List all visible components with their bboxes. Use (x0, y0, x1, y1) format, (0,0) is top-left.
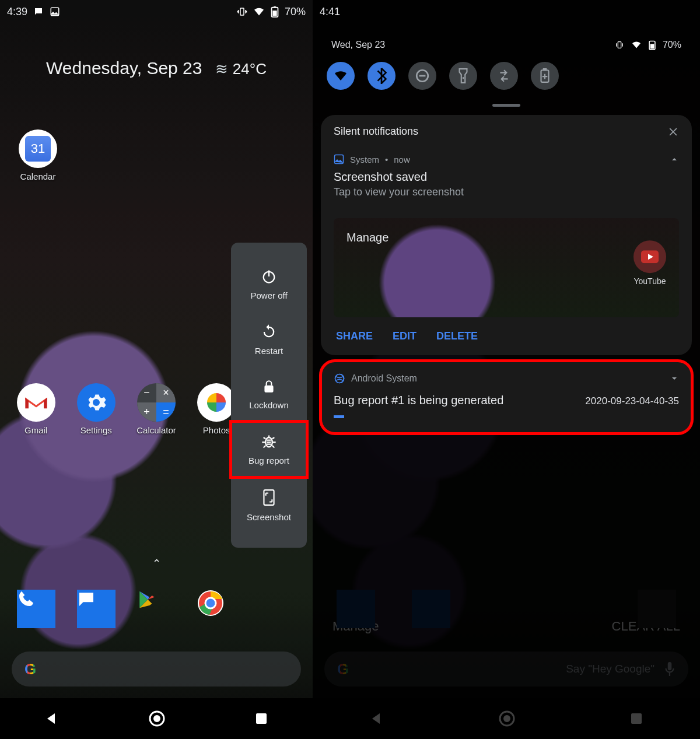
notif-when: now (394, 155, 410, 164)
image-icon (334, 154, 344, 164)
chrome-icon[interactable] (197, 590, 236, 628)
gear-icon (77, 383, 116, 422)
google-search-bar[interactable]: G (12, 652, 301, 687)
share-action[interactable]: SHARE (336, 330, 373, 342)
power-icon (261, 268, 277, 285)
play-store-icon[interactable] (137, 590, 176, 628)
svg-rect-18 (650, 44, 654, 48)
app-label: Photos (203, 425, 230, 435)
progress-bar (334, 415, 344, 418)
svg-rect-15 (264, 490, 274, 505)
notif-app: Android System (351, 373, 417, 384)
svg-rect-4 (274, 6, 276, 8)
wifi-icon (253, 7, 265, 16)
shade-handle[interactable] (492, 104, 520, 107)
screenshot-notification[interactable]: System • now Screenshot saved Tap to vie… (321, 146, 692, 209)
notif-actions: SHARE EDIT DELETE (321, 317, 692, 355)
notif-title: Screenshot saved (334, 170, 679, 184)
screenshot-label: Screenshot (247, 512, 291, 522)
battery-icon (649, 40, 656, 50)
battery-icon (271, 6, 279, 17)
battery-saver-toggle[interactable] (531, 62, 559, 90)
date-weather-widget[interactable]: Wednesday, Sep 23 ≋ 24°C (0, 58, 313, 78)
screenshot-button[interactable]: Screenshot (231, 477, 307, 534)
vibrate-icon (615, 40, 624, 50)
screenshot-right: 4:41 Wed, Sep 23 70% Silent notification… (313, 0, 700, 739)
android-system-icon (334, 373, 345, 384)
chevron-up-icon[interactable] (670, 155, 679, 164)
lock-icon (261, 379, 276, 394)
delete-action[interactable]: DELETE (436, 330, 478, 342)
calculator-icon: − × + = (137, 383, 176, 422)
bug-report-button[interactable]: Bug report (231, 422, 307, 477)
dock (0, 590, 313, 628)
phone-icon[interactable] (17, 590, 55, 628)
edit-action[interactable]: EDIT (393, 330, 416, 342)
lockdown-label: Lockdown (249, 400, 289, 410)
status-bar: 4:39 70% (0, 0, 313, 23)
rotation-toggle[interactable] (490, 62, 518, 90)
silent-notifications-card: Silent notifications System • now Screen… (321, 115, 692, 355)
lockdown-button[interactable]: Lockdown (231, 367, 307, 422)
screenshot-left: 4:39 70% Wednesday, Sep 23 ≋ 24°C 31 Cal… (0, 0, 313, 739)
gmail-icon (17, 383, 55, 422)
google-logo-icon: G (24, 660, 36, 678)
fog-icon: ≋ (215, 60, 228, 78)
notif-body: Tap to view your screenshot (334, 186, 679, 198)
app-label: Calculator (136, 425, 176, 435)
calendar-icon: 31 (25, 136, 51, 162)
youtube-icon (634, 240, 666, 273)
app-gmail[interactable]: Gmail (10, 383, 62, 435)
bug-timestamp: 2020-09-23-04-40-35 (585, 395, 679, 407)
notif-app: System (350, 155, 379, 164)
svg-rect-3 (272, 10, 276, 16)
messages-icon[interactable] (77, 590, 116, 628)
recents-button[interactable] (255, 712, 268, 725)
battery-percent: 70% (663, 40, 681, 50)
dnd-toggle[interactable] (408, 62, 436, 90)
thumb-manage-label: Manage (346, 231, 388, 244)
restart-button[interactable]: Restart (231, 312, 307, 367)
wifi-toggle[interactable] (327, 62, 355, 90)
bug-report-notification[interactable]: Android System Bug report #1 is being ge… (321, 361, 692, 433)
flashlight-toggle[interactable] (449, 62, 477, 90)
power-off-button[interactable]: Power off (231, 257, 307, 312)
youtube-label: YouTube (634, 276, 666, 286)
app-drawer-handle[interactable]: ⌃ (152, 557, 161, 570)
youtube-shortcut: YouTube (634, 240, 666, 286)
home-button[interactable] (148, 710, 166, 727)
bug-icon (261, 433, 277, 450)
notification-shade[interactable]: Wed, Sep 23 70% Silent notifications (313, 23, 700, 433)
restart-icon (261, 324, 277, 340)
power-off-label: Power off (250, 290, 287, 300)
app-calculator[interactable]: − × + = Calculator (130, 383, 183, 435)
back-button[interactable] (45, 712, 59, 726)
svg-rect-16 (618, 42, 621, 48)
close-icon[interactable] (667, 126, 679, 138)
image-icon (50, 6, 60, 17)
bluetooth-toggle[interactable] (368, 62, 396, 90)
svg-rect-1 (240, 8, 244, 15)
svg-rect-11 (256, 713, 267, 724)
status-clock: 4:39 (7, 6, 27, 18)
vibrate-icon (237, 6, 247, 17)
screenshot-icon (262, 489, 276, 506)
power-menu: Power off Restart Lockdown Bug report Sc… (231, 243, 307, 548)
restart-label: Restart (255, 346, 283, 356)
temperature: 24°C (233, 60, 267, 78)
messages-icon (33, 6, 44, 17)
chevron-down-icon[interactable] (670, 374, 679, 383)
silent-header: Silent notifications (334, 125, 418, 138)
quick-settings (318, 50, 694, 104)
qs-date: Wed, Sep 23 (331, 40, 385, 50)
app-label: Gmail (24, 425, 47, 435)
svg-point-10 (153, 715, 160, 722)
app-calendar[interactable]: 31 Calendar (12, 129, 64, 181)
bug-title: Bug report #1 is being generated (334, 394, 503, 407)
screenshot-thumbnail[interactable]: Manage YouTube (334, 218, 679, 317)
status-bar: 4:41 (313, 0, 700, 23)
status-clock: 4:41 (320, 6, 340, 18)
svg-rect-13 (264, 386, 273, 393)
app-settings[interactable]: Settings (70, 383, 123, 435)
wifi-icon (631, 41, 642, 49)
